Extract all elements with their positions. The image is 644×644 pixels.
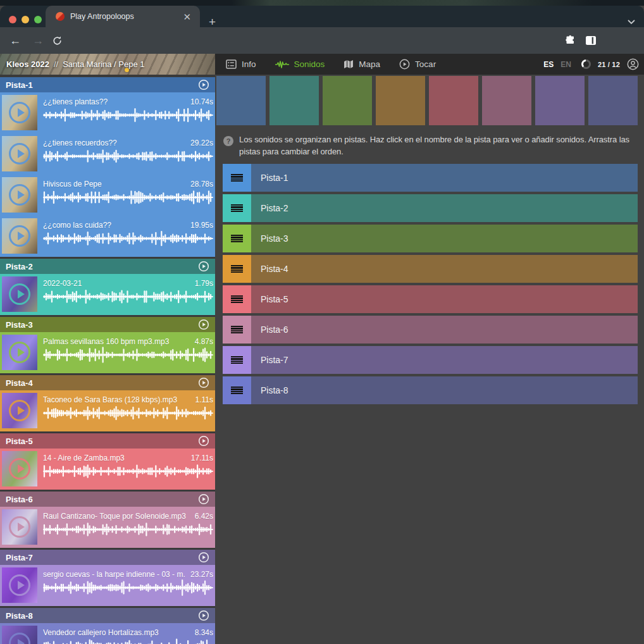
track-play-circle-icon[interactable] bbox=[198, 261, 209, 272]
track-row-body[interactable]: Pista-3 bbox=[251, 225, 638, 252]
track-row[interactable]: Pista-2 bbox=[223, 194, 638, 222]
close-window-button[interactable] bbox=[9, 16, 16, 23]
clip-thumbnail[interactable] bbox=[2, 567, 37, 603]
sidebar-track-header[interactable]: Pista-8 bbox=[0, 608, 215, 623]
track-play-circle-icon[interactable] bbox=[198, 319, 209, 330]
clip-play-button[interactable] bbox=[9, 143, 30, 164]
sidebar-track-header[interactable]: Pista-3 bbox=[0, 317, 215, 332]
track-play-circle-icon[interactable] bbox=[198, 435, 209, 447]
clip-play-button[interactable] bbox=[9, 184, 30, 206]
track-row-body[interactable]: Pista-8 bbox=[251, 376, 638, 404]
clip-play-button[interactable] bbox=[9, 516, 30, 538]
drag-handle[interactable] bbox=[223, 194, 251, 222]
clip-thumbnail[interactable] bbox=[2, 177, 37, 213]
sound-clip[interactable]: Vendedor callejero Hortalizas.mp38.34s bbox=[0, 623, 215, 644]
tab-mapa[interactable]: Mapa bbox=[344, 59, 380, 69]
clip-play-button[interactable] bbox=[9, 342, 30, 363]
track-row-body[interactable]: Pista-1 bbox=[251, 164, 638, 192]
drag-handle[interactable] bbox=[223, 346, 251, 374]
drag-handle[interactable] bbox=[223, 255, 251, 283]
clip-play-button[interactable] bbox=[9, 458, 30, 480]
clip-thumbnail[interactable] bbox=[2, 136, 37, 171]
track-row-label[interactable]: Pista-6 bbox=[261, 325, 288, 335]
new-tab-button[interactable]: + bbox=[209, 16, 216, 28]
sidebar-track-header[interactable]: Pista-4 bbox=[0, 375, 215, 390]
track-row[interactable]: Pista-7 bbox=[223, 346, 638, 374]
sound-clip[interactable]: 2022-03-211.79s bbox=[0, 274, 215, 315]
clip-thumbnail[interactable] bbox=[2, 393, 37, 428]
clip-play-button[interactable] bbox=[9, 283, 30, 305]
drag-handle[interactable] bbox=[223, 285, 251, 313]
clip-thumbnail[interactable] bbox=[2, 626, 37, 644]
sound-clip[interactable]: Raul Cantizano- Toque por Solenoide.mp36… bbox=[0, 507, 215, 548]
track-row-label[interactable]: Pista-8 bbox=[261, 385, 288, 395]
tab-tocar[interactable]: Tocar bbox=[399, 59, 436, 70]
clip-play-button[interactable] bbox=[9, 102, 30, 123]
clip-thumbnail[interactable] bbox=[2, 276, 37, 312]
clip-thumbnail[interactable] bbox=[2, 218, 37, 254]
track-row[interactable]: Pista-1 bbox=[223, 164, 638, 192]
track-row-label[interactable]: Pista-4 bbox=[261, 264, 288, 274]
track-row[interactable]: Pista-4 bbox=[223, 255, 638, 283]
sound-clip[interactable]: ¿¿como las cuida??19.95s bbox=[0, 216, 215, 257]
clip-play-button[interactable] bbox=[9, 574, 30, 596]
track-row-label[interactable]: Pista-1 bbox=[261, 173, 288, 183]
clip-thumbnail[interactable] bbox=[2, 335, 37, 370]
track-row-body[interactable]: Pista-2 bbox=[251, 194, 638, 222]
sidebar-track-header[interactable]: Pista-7 bbox=[0, 550, 215, 565]
clip-play-button[interactable] bbox=[9, 225, 30, 247]
tab-search-chevron-icon[interactable] bbox=[628, 20, 635, 25]
lang-es-button[interactable]: ES bbox=[543, 60, 554, 69]
sound-clip[interactable]: Hiviscus de Pepe28.78s bbox=[0, 175, 215, 216]
clip-thumbnail[interactable] bbox=[2, 451, 37, 486]
track-play-circle-icon[interactable] bbox=[198, 79, 209, 90]
sidebar-track-header[interactable]: Pista-1 bbox=[0, 77, 215, 92]
fullscreen-window-button[interactable] bbox=[34, 16, 42, 23]
track-row-body[interactable]: Pista-6 bbox=[251, 316, 638, 344]
sidebar-track-header[interactable]: Pista-2 bbox=[0, 259, 215, 274]
track-row-label[interactable]: Pista-5 bbox=[261, 294, 288, 304]
sound-clip[interactable]: 14 - Aire de Zamba.mp317.11s bbox=[0, 449, 215, 490]
track-row[interactable]: Pista-6 bbox=[223, 316, 638, 344]
tab-close-icon[interactable]: ✕ bbox=[180, 11, 194, 23]
tab-sonidos[interactable]: Sonidos bbox=[275, 59, 325, 69]
drag-handle[interactable] bbox=[223, 376, 251, 404]
track-play-circle-icon[interactable] bbox=[198, 493, 209, 505]
sound-clip[interactable]: sergio cuevas - la harpe indienne - 03 -… bbox=[0, 565, 215, 606]
minimize-window-button[interactable] bbox=[22, 16, 29, 23]
drag-handle[interactable] bbox=[223, 225, 251, 252]
reload-button[interactable] bbox=[52, 35, 63, 46]
drag-handle[interactable] bbox=[223, 316, 251, 344]
browser-tab[interactable]: Play Antropoloops ✕ bbox=[46, 6, 200, 27]
sound-clip[interactable]: Palmas sevillanas 160 bpm mp3.mp34.87s bbox=[0, 332, 215, 373]
account-icon[interactable] bbox=[627, 58, 639, 70]
tab-info[interactable]: Info bbox=[226, 59, 256, 69]
forward-button[interactable]: → bbox=[32, 34, 44, 47]
sidebar-track-header[interactable]: Pista-5 bbox=[0, 433, 215, 449]
clip-thumbnail[interactable] bbox=[2, 95, 37, 130]
track-play-circle-icon[interactable] bbox=[198, 552, 209, 563]
drag-handle[interactable] bbox=[223, 164, 251, 192]
track-row-label[interactable]: Pista-7 bbox=[261, 355, 288, 365]
track-row-label[interactable]: Pista-2 bbox=[261, 203, 288, 213]
track-row-body[interactable]: Pista-5 bbox=[251, 285, 638, 313]
sound-clip[interactable]: ¿¿tienes recuerdos??29.22s bbox=[0, 133, 215, 175]
track-play-circle-icon[interactable] bbox=[198, 377, 209, 388]
track-row-body[interactable]: Pista-7 bbox=[251, 346, 638, 374]
lang-en-button[interactable]: EN bbox=[560, 60, 571, 69]
track-row-body[interactable]: Pista-4 bbox=[251, 255, 638, 283]
track-play-circle-icon[interactable] bbox=[198, 610, 209, 621]
clip-play-button[interactable] bbox=[9, 633, 30, 644]
track-row[interactable]: Pista-5 bbox=[223, 285, 638, 313]
track-row[interactable]: Pista-3 bbox=[223, 225, 638, 252]
track-row[interactable]: Pista-8 bbox=[223, 376, 638, 404]
clip-thumbnail[interactable] bbox=[2, 509, 37, 545]
sidebar-track-header[interactable]: Pista-6 bbox=[0, 492, 215, 507]
side-panel-icon[interactable] bbox=[586, 36, 596, 45]
sound-clip[interactable]: Taconeo de Sara Baras (128 kbps).mp31.11… bbox=[0, 390, 215, 431]
sound-clip[interactable]: ¿¿tienes plantas??10.74s bbox=[0, 92, 215, 133]
extensions-puzzle-icon[interactable] bbox=[565, 35, 576, 46]
track-row-label[interactable]: Pista-3 bbox=[261, 233, 288, 244]
back-button[interactable]: ← bbox=[9, 34, 21, 47]
clip-play-button[interactable] bbox=[9, 400, 30, 421]
